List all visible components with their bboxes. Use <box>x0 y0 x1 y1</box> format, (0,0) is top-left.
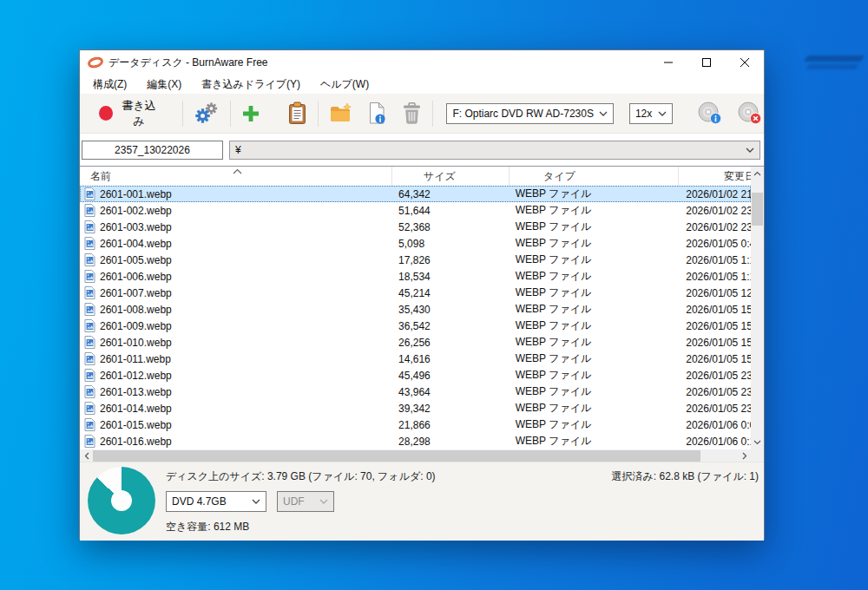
table-row[interactable]: 2601-010.webp 26,256 WEBP ファイル 2026/01/0… <box>80 334 751 351</box>
table-row[interactable]: 2601-003.webp 52,368 WEBP ファイル 2026/01/0… <box>80 219 751 235</box>
new-folder-icon <box>329 103 352 123</box>
file-date: 2026/01/05 1:17 <box>677 271 751 283</box>
scroll-left-icon[interactable] <box>80 449 93 462</box>
disc-cancel-icon <box>738 102 762 125</box>
drive-select-value: F: Optiarc DVD RW AD-7230S <box>452 108 594 120</box>
file-size: 14,616 <box>391 353 509 365</box>
file-date: 2026/01/06 0:06 <box>677 419 751 431</box>
vertical-scroll-thumb[interactable] <box>752 193 763 226</box>
disc-info-button[interactable] <box>696 100 724 127</box>
file-date: 2026/01/05 0:49 <box>677 238 751 250</box>
column-header-type[interactable]: タイプ <box>510 167 679 186</box>
file-type: WEBP ファイル <box>509 368 678 383</box>
file-size: 21,866 <box>391 419 509 431</box>
table-row[interactable]: 2601-007.webp 45,214 WEBP ファイル 2026/01/0… <box>80 285 751 301</box>
trash-icon <box>402 102 422 125</box>
table-row[interactable]: 2601-011.webp 14,616 WEBP ファイル 2026/01/0… <box>80 351 751 367</box>
minimize-button[interactable] <box>649 50 687 75</box>
file-name: 2601-016.webp <box>100 436 172 448</box>
table-row[interactable]: 2601-012.webp 45,496 WEBP ファイル 2026/01/0… <box>80 367 751 384</box>
settings-button[interactable] <box>192 100 221 127</box>
column-header-date[interactable]: 変更日 <box>679 167 753 186</box>
burn-button[interactable]: 書き込み <box>97 96 160 131</box>
titlebar[interactable]: データディスク - BurnAware Free <box>80 50 764 75</box>
chevron-down-icon <box>599 111 608 116</box>
drive-select[interactable]: F: Optiarc DVD RW AD-7230S <box>446 103 614 124</box>
file-type: WEBP ファイル <box>509 269 678 284</box>
menu-henshuu[interactable]: 編集(X) <box>140 75 188 95</box>
delete-button[interactable] <box>400 101 424 127</box>
maximize-button[interactable] <box>687 50 726 75</box>
burn-speed-value: 12x <box>635 108 653 120</box>
file-size: 64,342 <box>391 188 509 200</box>
scroll-right-icon[interactable] <box>738 449 751 462</box>
table-row[interactable]: 2601-016.webp 28,298 WEBP ファイル 2026/01/0… <box>80 433 751 449</box>
file-size: 45,496 <box>391 370 509 382</box>
column-header-size[interactable]: サイズ <box>392 167 510 186</box>
file-date: 2026/01/05 15:2 <box>677 304 751 316</box>
file-date: 2026/01/02 21:5 <box>677 188 751 200</box>
file-date: 2026/01/02 23:0 <box>677 221 751 233</box>
media-size-select[interactable]: DVD 4.7GB <box>166 491 266 512</box>
table-row[interactable]: 2601-009.webp 36,542 WEBP ファイル 2026/01/0… <box>80 318 751 334</box>
table-row[interactable]: 2601-005.webp 17,826 WEBP ファイル 2026/01/0… <box>80 252 751 268</box>
menu-drive[interactable]: 書き込みドライブ(Y) <box>194 75 307 95</box>
file-type: WEBP ファイル <box>509 236 678 251</box>
chevron-down-icon <box>746 148 754 153</box>
new-folder-button[interactable] <box>327 102 354 125</box>
path-row: ¥ <box>80 134 764 166</box>
close-button[interactable] <box>726 50 764 75</box>
menu-kousei[interactable]: 構成(Z) <box>86 75 134 95</box>
table-row[interactable]: 2601-004.webp 5,098 WEBP ファイル 2026/01/05… <box>80 235 751 252</box>
file-name: 2601-008.webp <box>100 304 172 316</box>
path-select[interactable]: ¥ <box>229 141 760 160</box>
scroll-down-icon[interactable] <box>751 436 764 449</box>
desktop: データディスク - BurnAware Free 構成(Z) 編集(X) 書き込… <box>0 0 868 590</box>
desktop-watermark <box>804 56 865 62</box>
scroll-up-icon[interactable] <box>751 167 764 180</box>
file-date: 2026/01/05 23:4 <box>677 403 751 415</box>
media-size-value: DVD 4.7GB <box>172 495 247 508</box>
horizontal-scroll-thumb[interactable] <box>93 450 700 462</box>
add-files-button[interactable] <box>240 102 262 125</box>
disc-label-input[interactable] <box>82 141 223 160</box>
table-row[interactable]: 2601-001.webp 64,342 WEBP ファイル 2026/01/0… <box>80 186 751 202</box>
filesystem-value: UDF <box>283 495 314 508</box>
table-row[interactable]: 2601-008.webp 35,430 WEBP ファイル 2026/01/0… <box>80 301 751 318</box>
table-row[interactable]: 2601-013.webp 43,964 WEBP ファイル 2026/01/0… <box>80 384 751 400</box>
table-row[interactable]: 2601-006.webp 18,534 WEBP ファイル 2026/01/0… <box>80 268 751 285</box>
table-row[interactable]: 2601-015.webp 21,866 WEBP ファイル 2026/01/0… <box>80 416 751 433</box>
horizontal-scrollbar[interactable] <box>80 449 751 462</box>
file-type: WEBP ファイル <box>509 417 678 432</box>
file-type: WEBP ファイル <box>509 302 678 317</box>
vertical-scrollbar[interactable] <box>751 167 764 449</box>
webp-file-icon <box>84 204 95 217</box>
erase-disc-button[interactable] <box>736 100 764 127</box>
file-name: 2601-010.webp <box>100 337 172 349</box>
paste-button[interactable] <box>286 100 309 127</box>
file-size: 36,542 <box>391 320 509 332</box>
toolbar-separator <box>182 101 183 127</box>
file-size: 17,826 <box>391 254 509 266</box>
file-date: 2026/01/05 23:2 <box>677 386 751 398</box>
file-date: 2026/01/05 15:3 <box>677 337 751 349</box>
burn-speed-select[interactable]: 12x <box>629 103 673 124</box>
table-row[interactable]: 2601-002.webp 51,644 WEBP ファイル 2026/01/0… <box>80 202 751 219</box>
file-properties-button[interactable] <box>366 100 388 127</box>
file-type: WEBP ファイル <box>509 434 678 449</box>
window-controls <box>649 50 764 75</box>
toolbar-separator <box>230 101 231 127</box>
table-row[interactable]: 2601-014.webp 39,342 WEBP ファイル 2026/01/0… <box>80 400 751 416</box>
file-type: WEBP ファイル <box>509 335 678 350</box>
file-date: 2026/01/02 23:0 <box>677 205 751 217</box>
disc-info-icon <box>698 102 722 125</box>
chevron-down-icon <box>319 499 328 504</box>
file-type: WEBP ファイル <box>509 351 678 366</box>
menu-help[interactable]: ヘルプ(W) <box>313 75 376 95</box>
webp-file-icon <box>84 336 95 349</box>
file-type: WEBP ファイル <box>509 220 678 234</box>
filesystem-select: UDF <box>277 491 334 512</box>
file-date: 2026/01/05 12:4 <box>677 287 751 299</box>
file-name: 2601-012.webp <box>100 370 172 382</box>
file-name: 2601-001.webp <box>100 188 172 200</box>
